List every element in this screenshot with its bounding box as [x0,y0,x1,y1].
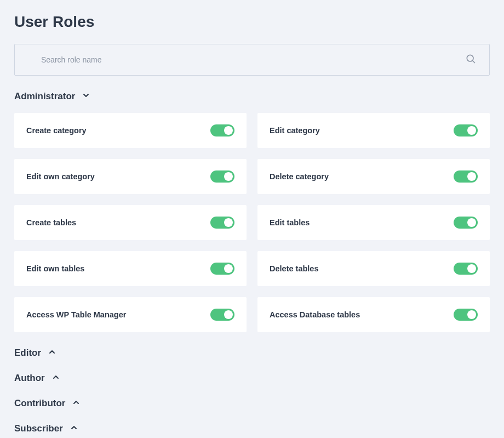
svg-line-1 [473,61,475,63]
perm-card: Access WP Table Manager [14,297,247,332]
role-header-administrator[interactable]: Administrator [14,89,490,104]
perm-card: Access Database tables [257,297,490,332]
role-name: Author [14,373,45,384]
toggle-access-wp-table-manager[interactable] [210,309,234,321]
perm-card: Create category [14,113,247,148]
search-icon [465,53,476,66]
perm-card: Edit own tables [14,251,247,286]
role-name: Administrator [14,91,75,102]
role-header-subscriber[interactable]: Subscriber [14,421,490,436]
role-header-editor[interactable]: Editor [14,345,490,361]
permissions-grid-administrator: Create category Edit category Edit own c… [14,113,490,332]
chevron-down-icon [82,91,90,102]
role-name: Contributor [14,398,65,409]
perm-label: Edit category [270,126,320,135]
role-header-author[interactable]: Author [14,371,490,386]
toggle-delete-tables[interactable] [454,263,478,275]
chevron-up-icon [51,373,60,384]
perm-label: Edit own tables [26,264,84,273]
perm-card: Edit category [257,113,490,148]
perm-card: Edit own category [14,159,247,194]
role-name: Subscriber [14,423,63,434]
perm-card: Delete tables [257,251,490,286]
chevron-up-icon [48,348,56,359]
perm-label: Delete category [270,172,329,181]
toggle-create-tables[interactable] [210,217,234,229]
page-title: User Roles [14,13,490,31]
perm-label: Access Database tables [270,310,360,319]
toggle-create-category[interactable] [210,124,234,136]
perm-card: Create tables [14,205,247,240]
search-input[interactable] [41,55,463,64]
role-header-contributor[interactable]: Contributor [14,396,490,411]
toggle-edit-category[interactable] [454,124,478,136]
toggle-edit-own-tables[interactable] [210,263,234,275]
search-box[interactable] [14,44,490,76]
perm-label: Create tables [26,218,76,227]
perm-label: Create category [26,126,87,135]
toggle-edit-tables[interactable] [454,217,478,229]
toggle-edit-own-category[interactable] [210,170,234,183]
perm-label: Edit own category [26,172,95,181]
perm-label: Edit tables [270,218,310,227]
chevron-up-icon [72,398,81,409]
role-name: Editor [14,348,41,359]
chevron-up-icon [70,423,78,434]
toggle-access-database-tables[interactable] [454,309,478,321]
toggle-delete-category[interactable] [454,170,478,183]
perm-label: Access WP Table Manager [26,310,126,319]
perm-card: Edit tables [257,205,490,240]
perm-label: Delete tables [270,264,318,273]
perm-card: Delete category [257,159,490,194]
